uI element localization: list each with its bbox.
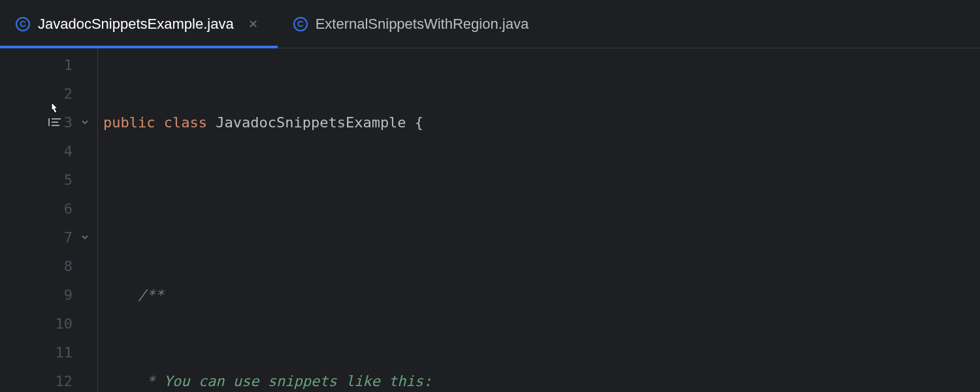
line-number: 12 <box>53 367 73 392</box>
line-number: 6 <box>53 195 73 223</box>
render-doc-icon[interactable] <box>48 108 61 137</box>
svg-rect-3 <box>52 125 59 126</box>
line-number: 10 <box>53 310 73 338</box>
code-editor[interactable]: public class JavadocSnippetsExample { /*… <box>98 48 980 392</box>
java-class-icon: C <box>293 17 308 31</box>
gutter-row[interactable]: 10 <box>0 310 97 338</box>
fold-icon[interactable] <box>79 108 91 137</box>
gutter-row[interactable]: 2 <box>0 80 97 108</box>
gutter-row[interactable]: 6 <box>0 195 97 223</box>
gutter-row[interactable]: 4 <box>0 137 97 166</box>
svg-rect-0 <box>48 118 50 126</box>
line-number: 9 <box>53 281 73 310</box>
svg-rect-1 <box>52 118 61 120</box>
svg-rect-2 <box>52 122 58 123</box>
tab-external-snippets-with-region[interactable]: C ExternalSnippetsWithRegion.java <box>278 0 545 48</box>
code-line <box>102 195 980 223</box>
gutter-row[interactable]: 5 <box>0 166 97 195</box>
line-number: 5 <box>53 166 73 195</box>
java-class-icon: C <box>16 17 30 31</box>
tab-javadoc-snippets-example[interactable]: C JavadocSnippetsExample.java ✕ <box>0 0 278 48</box>
editor-area: 1 2 3 4 5 6 7 <box>0 48 980 392</box>
gutter-row[interactable]: 11 <box>0 338 97 367</box>
line-number: 8 <box>53 252 73 281</box>
line-number: 11 <box>53 338 73 367</box>
gutter-row[interactable]: 9 <box>0 281 97 310</box>
line-number: 2 <box>53 80 73 108</box>
close-tab-icon[interactable]: ✕ <box>244 16 262 33</box>
gutter-row[interactable]: 12 <box>0 367 97 392</box>
gutter-row[interactable]: 8 <box>0 252 97 281</box>
gutter-row[interactable]: 7 <box>0 223 97 252</box>
code-line: * You can use snippets like this: <box>102 367 980 392</box>
tab-label: ExternalSnippetsWithRegion.java <box>316 16 529 33</box>
tab-label: JavadocSnippetsExample.java <box>38 16 234 33</box>
line-number: 1 <box>53 51 73 80</box>
line-number: 7 <box>53 223 73 252</box>
gutter: 1 2 3 4 5 6 7 <box>0 48 98 392</box>
line-number: 4 <box>53 137 73 166</box>
editor-tabs: C JavadocSnippetsExample.java ✕ C Extern… <box>0 0 980 48</box>
code-line: public class JavadocSnippetsExample { <box>102 108 980 137</box>
gutter-row[interactable]: 3 <box>0 108 97 137</box>
fold-icon[interactable] <box>79 223 91 252</box>
gutter-row[interactable]: 1 <box>0 51 97 80</box>
code-line: /** <box>102 281 980 310</box>
